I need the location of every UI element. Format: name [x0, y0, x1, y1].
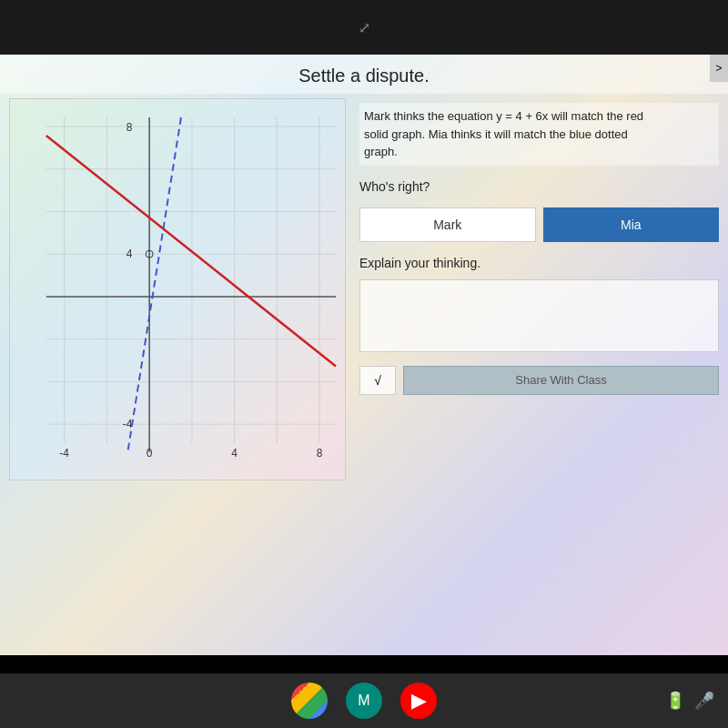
chrome-taskbar-icon[interactable]: [291, 682, 328, 719]
taskbar-right: 🔋 🎤: [665, 691, 714, 711]
page-title: Settle a dispute.: [0, 55, 728, 94]
content-area: Settle a dispute.: [0, 55, 728, 619]
desc-line3: graph.: [364, 145, 398, 158]
explain-label: Explain your thinking.: [359, 256, 719, 270]
svg-text:8: 8: [317, 447, 323, 460]
whos-right-label: Who's right?: [359, 179, 719, 194]
svg-text:4: 4: [126, 248, 133, 260]
right-panel: Mark thinks the equation y = 4 + 6x will…: [359, 98, 719, 614]
desc-line1: Mark thinks the equation y = 4 + 6x will…: [364, 109, 643, 123]
top-bar: ⤢: [0, 0, 728, 55]
youtube-taskbar-icon[interactable]: ▶: [400, 682, 437, 719]
meet-taskbar-icon[interactable]: M: [346, 682, 382, 719]
mic-icon: 🎤: [694, 691, 714, 711]
svg-text:-4: -4: [123, 418, 133, 430]
answer-buttons: Mark Mia: [359, 207, 719, 242]
sqrt-button[interactable]: √: [359, 366, 396, 395]
description-text: Mark thinks the equation y = 4 + 6x will…: [359, 103, 719, 166]
mia-button[interactable]: Mia: [543, 207, 720, 242]
bottom-toolbar: √ Share With Class: [359, 366, 719, 395]
taskbar: M ▶ 🔋 🎤: [0, 673, 728, 728]
svg-text:-4: -4: [59, 447, 69, 460]
desc-line2: solid graph. Mia thinks it will match th…: [364, 127, 628, 141]
svg-rect-0: [10, 99, 345, 480]
svg-text:4: 4: [231, 447, 238, 460]
chevron-right-button[interactable]: >: [710, 55, 728, 82]
battery-icon: 🔋: [665, 691, 685, 711]
share-with-class-button[interactable]: Share With Class: [403, 366, 719, 395]
main-content: -4 0 4 8 8 4 -4: [0, 94, 728, 619]
explain-textarea[interactable]: [359, 279, 719, 352]
mark-button[interactable]: Mark: [359, 207, 536, 242]
graph-canvas: -4 0 4 8 8 4 -4: [10, 99, 345, 480]
svg-text:8: 8: [126, 121, 133, 134]
expand-icon[interactable]: ⤢: [359, 19, 370, 36]
graph-section: -4 0 4 8 8 4 -4: [9, 98, 346, 480]
svg-text:0: 0: [147, 447, 153, 460]
